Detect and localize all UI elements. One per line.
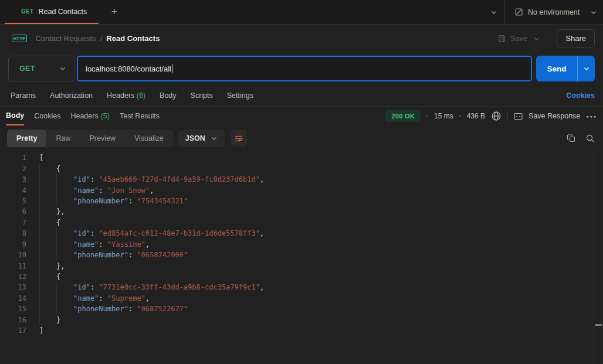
code-line: 11}, xyxy=(0,260,603,271)
tab-settings[interactable]: Settings xyxy=(227,91,253,100)
code-line: 14"name": "Supreme", xyxy=(0,293,603,304)
view-preview[interactable]: Preview xyxy=(80,130,124,147)
save-response-icon xyxy=(514,113,523,120)
view-raw[interactable]: Raw xyxy=(46,130,80,147)
code-line: 1[ xyxy=(0,152,603,163)
search-icon[interactable] xyxy=(585,134,595,143)
url-input[interactable]: localhost:8080/contact/all xyxy=(77,56,532,81)
response-view-row: Pretty Raw Preview Visualize JSON xyxy=(0,125,603,151)
line-number: 7 xyxy=(0,219,26,227)
format-chevron-icon xyxy=(211,135,218,142)
code-line: 13"id": "7731e0cc-33ff-43dd-a9b8-cdc35a7… xyxy=(0,282,603,292)
tab-title: Read Contacts xyxy=(38,8,87,16)
dot-separator xyxy=(426,115,428,117)
code-line: 8"id": "ed854afc-c012-48e7-b31d-1d6de557… xyxy=(0,228,603,239)
response-tab-test-results[interactable]: Test Results xyxy=(120,107,160,125)
line-number: 4 xyxy=(0,186,26,195)
view-visualize[interactable]: Visualize xyxy=(125,130,173,147)
view-pretty[interactable]: Pretty xyxy=(7,130,46,147)
request-tabs: Params Authorization Headers (6) Body Sc… xyxy=(0,81,603,107)
request-bar: GET localhost:8080/contact/all Send xyxy=(8,56,595,81)
response-tab-headers[interactable]: Headers (5) xyxy=(70,107,110,125)
tab-headers[interactable]: Headers (6) xyxy=(107,91,145,100)
line-number: 15 xyxy=(0,305,26,313)
breadcrumb-collection[interactable]: Contact Requests xyxy=(35,34,96,43)
line-number: 3 xyxy=(0,175,26,183)
wrap-lines-button[interactable] xyxy=(231,130,247,147)
environment-chevron-icon xyxy=(590,9,597,16)
format-label: JSON xyxy=(185,134,205,142)
response-time[interactable]: 15 ms xyxy=(434,112,453,120)
response-body-editor[interactable]: 1[2{3"id": "45aeb669-f27d-4fd4-9a59-fc8d… xyxy=(0,151,603,364)
line-number: 14 xyxy=(0,294,26,302)
no-environment-icon xyxy=(514,8,523,16)
dot-separator xyxy=(459,115,461,117)
save-icon xyxy=(497,34,506,43)
method-selector[interactable]: GET xyxy=(8,56,75,81)
line-number: 13 xyxy=(0,283,26,291)
tab-params[interactable]: Params xyxy=(11,91,36,100)
response-size[interactable]: 436 B xyxy=(467,112,485,120)
line-number: 6 xyxy=(0,207,26,216)
copy-icon[interactable] xyxy=(567,134,576,143)
save-options-chevron-icon[interactable] xyxy=(533,35,540,42)
cookies-link[interactable]: Cookies xyxy=(566,91,595,100)
breadcrumb-row: HTTP Contact Requests / Read Contacts Sa… xyxy=(0,25,603,52)
line-number: 9 xyxy=(0,240,26,249)
line-number: 17 xyxy=(0,326,26,335)
line-number: 8 xyxy=(0,229,26,237)
line-number: 10 xyxy=(0,251,26,259)
code-line: 7{ xyxy=(0,217,603,228)
request-tab[interactable]: GET Read Contacts xyxy=(5,0,99,24)
send-label: Send xyxy=(536,56,578,81)
tab-scripts[interactable]: Scripts xyxy=(191,91,213,100)
code-line: 6}, xyxy=(0,206,603,217)
line-number: 11 xyxy=(0,262,26,270)
save-button[interactable]: Save xyxy=(497,34,528,43)
response-tab-body[interactable]: Body xyxy=(6,107,24,125)
more-options-icon[interactable]: ●●● xyxy=(586,114,597,118)
text-cursor xyxy=(172,64,173,73)
code-line: 4"name": "Jon Snow", xyxy=(0,185,603,195)
line-number: 1 xyxy=(0,154,26,162)
line-number: 5 xyxy=(0,197,26,205)
breadcrumb-separator: / xyxy=(100,34,103,43)
tab-body[interactable]: Body xyxy=(160,91,177,100)
new-tab-button[interactable]: + xyxy=(106,0,123,24)
environment-selector[interactable]: No environment xyxy=(504,0,603,24)
view-mode-switcher: Pretty Raw Preview Visualize xyxy=(7,130,173,147)
method-label: GET xyxy=(19,64,59,73)
code-line: 2{ xyxy=(0,163,603,174)
code-line: 17] xyxy=(0,325,603,336)
save-response-button[interactable]: Save Response xyxy=(529,112,580,120)
line-number: 16 xyxy=(0,316,26,324)
tab-method-label: GET xyxy=(21,8,33,15)
http-request-icon: HTTP xyxy=(12,35,27,42)
save-label: Save xyxy=(510,34,528,43)
code-line: 9"name": "Yassine", xyxy=(0,239,603,250)
response-tab-cookies[interactable]: Cookies xyxy=(34,107,60,125)
tab-authorization[interactable]: Authorization xyxy=(50,91,93,100)
send-options-chevron-icon[interactable] xyxy=(578,56,595,81)
scrollbar-thumb[interactable] xyxy=(595,324,602,326)
line-number: 2 xyxy=(0,165,26,173)
code-line: 15"phoneNumber": "0687522677" xyxy=(0,304,603,314)
code-line: 12{ xyxy=(0,271,603,282)
code-line: 5"phoneNumber": "7543454321" xyxy=(0,196,603,206)
environment-label: No environment xyxy=(528,8,585,16)
line-number: 12 xyxy=(0,273,26,281)
divider xyxy=(507,111,508,121)
breadcrumb-request: Read Contacts xyxy=(106,34,160,43)
share-button[interactable]: Share xyxy=(557,29,595,47)
scrollbar-track xyxy=(594,151,594,364)
code-line: 3"id": "45aeb669-f27d-4fd4-9a59-fc8d237d… xyxy=(0,174,603,185)
send-button[interactable]: Send xyxy=(536,56,595,81)
tab-bar: GET Read Contacts + No environment xyxy=(0,0,603,25)
format-selector[interactable]: JSON xyxy=(178,130,225,147)
code-line: 16} xyxy=(0,315,603,325)
tabs-overflow-chevron-icon[interactable] xyxy=(483,0,504,24)
network-globe-icon[interactable] xyxy=(491,111,502,121)
status-badge[interactable]: 200 OK xyxy=(385,110,421,122)
breadcrumb: Contact Requests / Read Contacts xyxy=(35,34,160,43)
method-chevron-icon xyxy=(59,65,66,72)
